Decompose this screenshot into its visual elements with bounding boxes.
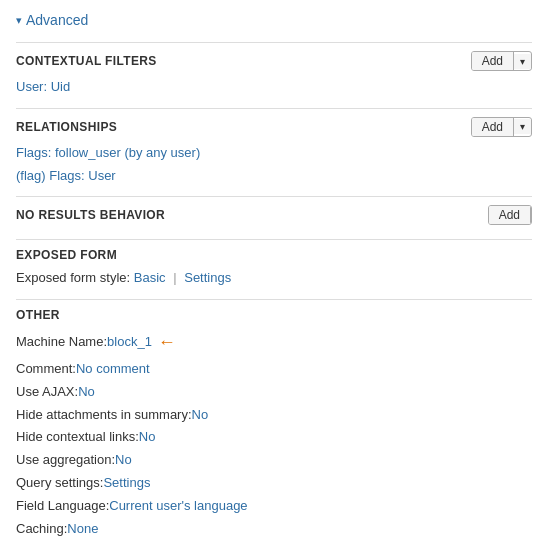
other-row-value-1[interactable]: No comment	[76, 359, 150, 380]
advanced-toggle[interactable]: ▾ Advanced	[16, 12, 532, 28]
no-results-add-label: Add	[489, 206, 531, 224]
contextual-filters-add-button[interactable]: Add ▾	[471, 51, 532, 71]
other-row-6: Query settings: Settings	[16, 473, 532, 494]
exposed-form-label: Exposed form style:	[16, 270, 130, 285]
exposed-form-settings-link[interactable]: Settings	[184, 270, 231, 285]
other-row-value-5[interactable]: No	[115, 450, 132, 471]
relationships-item-1: (flag) Flags: User	[16, 166, 532, 187]
other-row-value-3[interactable]: No	[192, 405, 209, 426]
relationships-add-arrow-icon: ▾	[514, 119, 531, 134]
no-results-add-button[interactable]: Add	[488, 205, 532, 225]
contextual-filters-add-arrow-icon: ▾	[514, 54, 531, 69]
other-row-label-7: Field Language:	[16, 496, 109, 517]
advanced-label: Advanced	[26, 12, 88, 28]
other-row-value-2[interactable]: No	[78, 382, 95, 403]
other-row-value-0[interactable]: block_1	[107, 332, 152, 353]
other-row-0: Machine Name: block_1←	[16, 328, 532, 357]
other-section: OTHER Machine Name: block_1←Comment: No …	[16, 299, 532, 543]
other-row-7: Field Language: Current user's language	[16, 496, 532, 517]
no-results-header: NO RESULTS BEHAVIOR Add	[16, 205, 532, 225]
contextual-filters-link-0[interactable]: User: Uid	[16, 79, 70, 94]
other-row-2: Use AJAX: No	[16, 382, 532, 403]
other-row-label-6: Query settings:	[16, 473, 103, 494]
pipe-separator: |	[173, 270, 176, 285]
other-row-label-8: Caching:	[16, 519, 67, 540]
no-results-title: NO RESULTS BEHAVIOR	[16, 208, 165, 222]
contextual-filters-section: CONTEXTUAL FILTERS Add ▾ User: Uid	[16, 42, 532, 108]
machine-name-arrow-icon: ←	[158, 328, 176, 357]
exposed-form-section: EXPOSED FORM Exposed form style: Basic |…	[16, 239, 532, 299]
relationships-section: RELATIONSHIPS Add ▾ Flags: follow_user (…	[16, 108, 532, 197]
other-rows: Machine Name: block_1←Comment: No commen…	[16, 328, 532, 543]
other-row-label-5: Use aggregation:	[16, 450, 115, 471]
other-row-value-6[interactable]: Settings	[103, 473, 150, 494]
relationships-header: RELATIONSHIPS Add ▾	[16, 117, 532, 137]
other-row-5: Use aggregation: No	[16, 450, 532, 471]
other-row-value-8[interactable]: None	[67, 519, 98, 540]
relationships-add-button[interactable]: Add ▾	[471, 117, 532, 137]
relationships-item-0: Flags: follow_user (by any user)	[16, 143, 532, 164]
contextual-filters-item-0: User: Uid	[16, 77, 532, 98]
other-row-label-0: Machine Name:	[16, 332, 107, 353]
relationships-add-wrap: Add ▾	[471, 117, 532, 137]
other-row-label-3: Hide attachments in summary:	[16, 405, 192, 426]
other-row-label-4: Hide contextual links:	[16, 427, 139, 448]
no-results-section: NO RESULTS BEHAVIOR Add	[16, 196, 532, 239]
contextual-filters-add-label: Add	[472, 52, 514, 70]
other-row-8: Caching: None	[16, 519, 532, 540]
other-row-1: Comment: No comment	[16, 359, 532, 380]
contextual-filters-add-wrap: Add ▾	[471, 51, 532, 71]
other-row-label-2: Use AJAX:	[16, 382, 78, 403]
main-container: ▾ Advanced CONTEXTUAL FILTERS Add ▾ User…	[0, 0, 548, 543]
other-row-value-7[interactable]: Current user's language	[109, 496, 247, 517]
relationships-link-0[interactable]: Flags: follow_user (by any user)	[16, 145, 200, 160]
other-row-3: Hide attachments in summary: No	[16, 405, 532, 426]
other-row-4: Hide contextual links: No	[16, 427, 532, 448]
exposed-form-basic-link[interactable]: Basic	[134, 270, 166, 285]
contextual-filters-header: CONTEXTUAL FILTERS Add ▾	[16, 51, 532, 71]
contextual-filters-title: CONTEXTUAL FILTERS	[16, 54, 157, 68]
other-title: OTHER	[16, 308, 60, 322]
relationships-link-1[interactable]: (flag) Flags: User	[16, 168, 116, 183]
advanced-arrow-icon: ▾	[16, 14, 22, 27]
no-results-add-wrap: Add	[488, 205, 532, 225]
exposed-form-header: EXPOSED FORM	[16, 248, 532, 262]
relationships-add-label: Add	[472, 118, 514, 136]
other-header: OTHER	[16, 308, 532, 322]
other-row-value-4[interactable]: No	[139, 427, 156, 448]
other-row-label-1: Comment:	[16, 359, 76, 380]
exposed-form-row: Exposed form style: Basic | Settings	[16, 268, 532, 289]
exposed-form-title: EXPOSED FORM	[16, 248, 117, 262]
relationships-title: RELATIONSHIPS	[16, 120, 117, 134]
